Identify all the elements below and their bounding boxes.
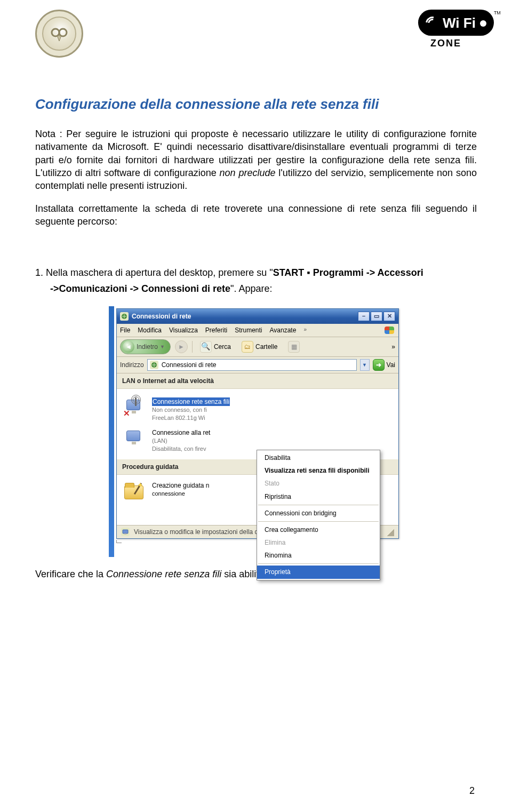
folders-icon: 🗂 [242, 341, 253, 353]
ctx-disable[interactable]: Disabilita [257, 451, 380, 464]
address-dropdown[interactable]: ▼ [360, 359, 370, 371]
go-button[interactable]: ➜ Vai [373, 359, 395, 371]
section-lan-header: LAN o Internet ad alta velocità [117, 373, 398, 389]
toolbar-dropdown[interactable]: ▦ [285, 340, 303, 354]
address-input[interactable]: Connessioni di rete [147, 359, 357, 371]
search-button[interactable]: 🔍 Cerca [197, 340, 234, 354]
menu-advanced[interactable]: Avanzate [270, 326, 297, 335]
folders-button[interactable]: 🗂 Cartelle [238, 340, 281, 354]
wireless-status: Non connesso, con fi [152, 406, 230, 414]
svg-point-0 [52, 29, 59, 36]
menu-overflow[interactable]: » [303, 326, 307, 335]
toolbar-overflow[interactable]: » [391, 343, 395, 351]
address-icon [150, 361, 158, 369]
wizard-title: Creazione guidata n [152, 481, 209, 490]
page-number: 2 [469, 784, 475, 797]
ctx-repair[interactable]: Ripristina [257, 490, 380, 503]
ctx-delete: Elimina [257, 536, 380, 549]
intro-paragraph: Nota : Per seguire le istruzioni qui pro… [35, 128, 477, 192]
network-folder-icon [120, 312, 129, 321]
ram-head-icon [49, 23, 70, 44]
bottom-edge [116, 540, 122, 543]
menu-bar: File Modifica Visualizza Preferiti Strum… [117, 324, 398, 337]
windows-flag-icon [383, 325, 395, 335]
address-label: Indirizzo [120, 361, 144, 369]
address-bar: Indirizzo Connessioni di rete ▼ ➜ Vai [117, 357, 398, 373]
window-titlebar[interactable]: Connessioni di rete – ▭ ✕ [117, 309, 398, 324]
wireless-adapter: FreeLan 802.11g Wi [152, 414, 230, 422]
close-button[interactable]: ✕ [383, 312, 395, 321]
step-1: 1. Nella maschera di apertura del deskto… [35, 266, 477, 279]
back-button[interactable]: ◄ Indietro ▼ [120, 339, 171, 354]
context-menu: Disabilita Visualizza reti senza fili di… [257, 450, 380, 580]
wifi-dot-icon [480, 20, 486, 27]
ctx-rename[interactable]: Rinomina [257, 549, 380, 562]
page-title: Configurazione della connessione alla re… [35, 95, 477, 114]
ctx-properties[interactable]: Proprietà [257, 566, 380, 578]
menu-file[interactable]: File [120, 326, 130, 335]
svg-point-1 [59, 29, 67, 36]
xp-window: Connessioni di rete – ▭ ✕ File Modifica … [116, 308, 399, 539]
seal-emblem [42, 17, 76, 51]
menu-edit[interactable]: Modifica [138, 326, 162, 335]
wireless-title: Connessione rete senza fili [152, 397, 230, 406]
ctx-bridge[interactable]: Connessioni con bridging [257, 507, 380, 520]
wifi-text: Wi Fi [443, 14, 476, 33]
wizard-icon: ✦ [123, 481, 147, 503]
toolbar-dropdown-icon: ▦ [288, 341, 300, 353]
forward-button[interactable]: ► [175, 340, 188, 353]
connection-wireless[interactable]: ✕ Connessione rete senza fili Non connes… [121, 394, 394, 425]
wireless-icon: ✕ [123, 397, 147, 419]
minimize-button[interactable]: – [358, 312, 370, 321]
svg-rect-5 [124, 534, 126, 535]
lan-icon [123, 428, 147, 450]
screenshot-network-connections: Connessioni di rete – ▭ ✕ File Modifica … [113, 308, 399, 543]
ctx-view-wireless[interactable]: Visualizza reti senza fili disponibili [257, 464, 380, 477]
ctx-sep-3 [258, 563, 379, 564]
wizard-sub: connessione [152, 490, 209, 498]
wifi-pill: Wi Fi [418, 10, 494, 36]
ctx-status: Stato [257, 477, 380, 490]
maximize-button[interactable]: ▭ [371, 312, 382, 321]
menu-favorites[interactable]: Preferiti [205, 326, 227, 335]
go-arrow-icon: ➜ [373, 359, 385, 371]
taskbar-slice [109, 306, 114, 557]
step-1-cont: ->Comunicazioni -> Connessioni di rete".… [35, 282, 477, 295]
window-title: Connessioni di rete [132, 312, 191, 321]
wifi-zone-label: ZONE [418, 37, 474, 50]
address-value: Connessioni di rete [162, 361, 217, 369]
menu-tools[interactable]: Strumenti [235, 326, 262, 335]
back-arrow-icon: ◄ [123, 341, 134, 353]
lan-status: Disabilitata, con firev [152, 445, 210, 453]
status-icon [121, 528, 130, 536]
trademark: TM [494, 10, 501, 15]
toolbar: ◄ Indietro ▼ ► 🔍 Cerca 🗂 Cartelle [117, 337, 398, 357]
ctx-sep-1 [258, 505, 379, 505]
install-paragraph: Installata correttamente la scheda di re… [35, 202, 477, 228]
svg-rect-4 [123, 530, 128, 534]
lan-sub: (LAN) [152, 437, 210, 445]
ctx-sep-2 [258, 521, 379, 522]
lan-title: Connessione alla ret [152, 428, 210, 437]
university-seal [35, 10, 83, 58]
resize-grip-icon[interactable] [386, 528, 394, 536]
wifi-waves-icon [426, 17, 439, 30]
toolbar-divider [192, 341, 193, 353]
verify-line: Verificare che la Connessione rete senza… [35, 568, 477, 580]
wifi-zone-logo: Wi Fi TM ZONE [418, 10, 474, 50]
menu-view[interactable]: Visualizza [169, 326, 198, 335]
ctx-shortcut[interactable]: Crea collegamento [257, 523, 380, 536]
search-icon: 🔍 [200, 341, 212, 353]
